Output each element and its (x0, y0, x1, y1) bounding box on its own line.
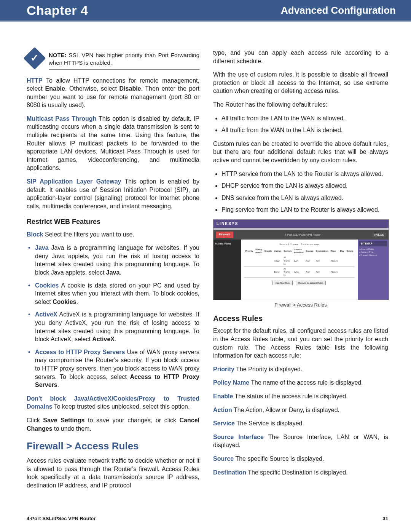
default-rules-list: All traffic from the LAN to the WAN is a… (213, 114, 388, 134)
ss-logo: LINKSYS (213, 220, 389, 228)
rule-1: All traffic from the LAN to the WAN is a… (221, 114, 388, 123)
dont-block-para: Don't block Java/ActiveX/Cookies/Proxy t… (27, 395, 199, 411)
rule-5: DNS service from the LAN is always allow… (221, 194, 388, 202)
block-list: Java Java is a programming language for … (27, 244, 199, 389)
ss-restore-btn: Restore to Default Rules (296, 281, 326, 285)
note-block: ✓ NOTE: SSL VPN has higher priority than… (27, 49, 199, 70)
rule-3: HTTP service from the LAN to the Router … (221, 170, 388, 178)
ss-add-rule-btn: Add New Rule (272, 281, 292, 285)
activex-item: ActiveX ActiveX is a programming languag… (35, 310, 199, 343)
access-rules-heading: Access Rules (213, 313, 388, 324)
chapter-title: Chapter 4 (27, 3, 88, 18)
source-line: Source The specific Source is displayed. (213, 455, 388, 463)
rule-2: All traffic from the WAN to the LAN is d… (221, 126, 388, 134)
java-item: Java Java is a programming language for … (35, 244, 199, 276)
service-line: Service The Service is displayed. (213, 419, 388, 428)
router-screenshot: LINKSYS Firewall 4-Port SSL/IPSec VPN Ro… (213, 219, 389, 300)
cookies-item: Cookies A cookie is data stored on your … (35, 281, 199, 306)
ss-main: Jump to 1 / 1 page 5 entries per page Pr… (241, 240, 358, 300)
ss-title: 4-Port SSL/IPSec VPN Router (233, 233, 372, 236)
multicast-para: Multicast Pass Through This option is di… (27, 115, 199, 172)
policy-line: Policy Name The name of the access rule … (213, 379, 388, 387)
ss-sidebar: Access Rules (213, 240, 241, 300)
block-para: Block Select the filters you want to use… (27, 230, 199, 239)
page-number: 31 (383, 516, 388, 521)
fixed-rules-list: HTTP service from the LAN to the Router … (213, 170, 388, 214)
enable-line: Enable The status of the access rule is … (213, 392, 388, 401)
source-if-line: Source Interface The Source Interface, L… (213, 433, 388, 449)
ss-tab-firewall: Firewall (216, 232, 233, 238)
rule-6: Ping service from the LAN to the Router … (221, 206, 388, 214)
restrict-heading: Restrict WEB Features (27, 217, 199, 226)
ss-tabs: Firewall 4-Port SSL/IPSec VPN Router RVL… (213, 230, 389, 240)
r-p3: The Router has the following default rul… (213, 101, 388, 109)
action-line: Action The Action, Allow or Deny, is dis… (213, 406, 388, 414)
access-rules-para: Except for the default rules, all config… (213, 327, 388, 359)
r-p1: type, and you can apply each access rule… (213, 49, 388, 65)
destination-line: Destination The specific Destination is … (213, 468, 388, 477)
rule-4: DHCP service from the LAN is always allo… (221, 182, 388, 190)
proxy-item: Access to HTTP Proxy Servers Use of WAN … (35, 348, 199, 389)
header-section: Advanced Configuration (281, 5, 396, 16)
ss-table: Priority Policy Name Enable Action Servi… (244, 247, 355, 278)
ss-sitemap: SITEMAP • Access Rules• Content Filter• … (358, 240, 389, 300)
ss-model: RVL200 (372, 233, 386, 237)
note-text: NOTE: SSL VPN has higher priority than P… (49, 49, 199, 70)
left-column: ✓ NOTE: SSL VPN has higher priority than… (27, 49, 199, 495)
priority-line: Priority The Priority is displayed. (213, 365, 388, 374)
http-para: HTTP To allow HTTP connections for remot… (27, 77, 199, 109)
footer-title: 4-Port SSL/IPSec VPN Router (27, 516, 96, 521)
firewall-para: Access rules evaluate network traffic to… (27, 457, 199, 489)
save-para: Click Save Settings to save your changes… (27, 416, 199, 433)
firewall-heading: Firewall > Access Rules (27, 439, 199, 453)
screenshot-caption: Firewall > Access Rules (213, 302, 388, 308)
r-p4: Custom rules can be created to override … (213, 140, 388, 165)
page-footer: 4-Port SSL/IPSec VPN Router 31 (27, 516, 388, 521)
note-icon: ✓ (23, 47, 46, 69)
right-column: type, and you can apply each access rule… (213, 49, 388, 495)
sip-para: SIP Application Layer Gateway This optio… (27, 177, 199, 210)
chapter-header: Chapter 4 Advanced Configuration (0, 0, 411, 22)
r-p2: With the use of custom rules, it is poss… (213, 70, 388, 95)
